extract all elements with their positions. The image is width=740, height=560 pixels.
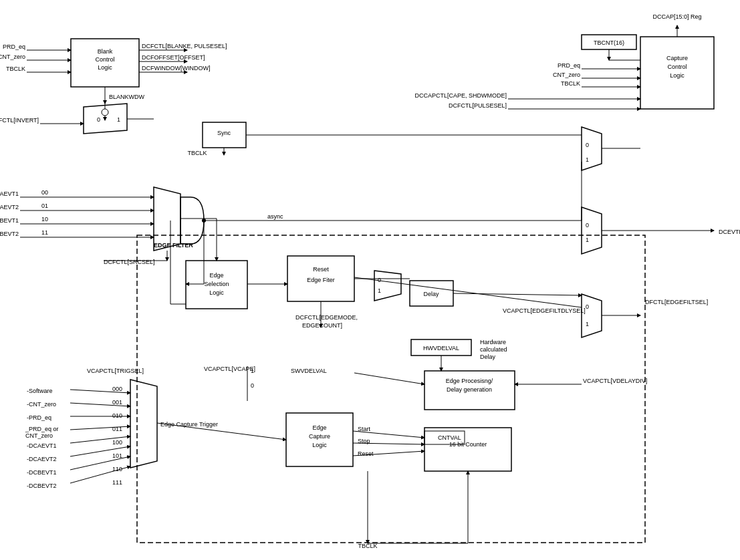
edge-proc-label1: Edge Procesisng/ [446, 378, 493, 384]
mux-0-label: 0 [97, 116, 100, 123]
svg-marker-61 [374, 271, 401, 301]
vcapctl-edge-label: VCAPCTL[EDGEFILTDLYSEL] [503, 307, 586, 314]
right-mux-bot-1: 1 [586, 237, 589, 243]
tbclk-sync-label: TBCLK [187, 150, 207, 156]
right-mux-bot-0: 0 [586, 222, 589, 229]
svg-line-98 [354, 277, 582, 307]
prd-eq-trig-label: -PRD_eq [27, 414, 51, 421]
svg-line-70 [353, 431, 424, 438]
blank-control-label: Blank [98, 48, 113, 55]
svg-text:10: 10 [41, 216, 48, 223]
dccap-reg-label: DCCAP[15:0] Reg [652, 13, 701, 20]
dcfoffset-label: DCFOFFSET[OFFSET] [142, 54, 205, 61]
svg-text:010: 010 [112, 412, 122, 419]
capture-control-label2: Control [667, 63, 687, 70]
svg-marker-24 [154, 187, 180, 251]
svg-marker-76 [130, 380, 157, 468]
dcbevt1-trig-label: -DCBEVT1 [27, 469, 57, 476]
svg-text:CNT_zero: CNT_zero [553, 72, 580, 78]
hw-delay-label1: Hardware [480, 339, 506, 345]
svg-line-66 [354, 373, 424, 384]
dfctl-edge-label: DFCTL[EDGEFILTSEL] [645, 299, 708, 305]
async-label: async [267, 213, 283, 220]
dcaevt1-label: -DCAEVT1 [0, 190, 19, 197]
right-mux-lower-1: 1 [586, 321, 589, 327]
svg-marker-50 [582, 207, 602, 254]
svg-text:Control: Control [95, 56, 114, 63]
delay-mux-1: 1 [378, 287, 381, 294]
edge-filter-label: EDGE FILTER [154, 242, 193, 249]
capture-control-label1: Capture [666, 55, 688, 61]
svg-text:11: 11 [41, 229, 48, 236]
svg-marker-96 [582, 294, 602, 337]
edge-cap-label3: Logic [312, 442, 327, 448]
reset-label2: Reset [358, 450, 374, 457]
svg-point-12 [102, 109, 108, 116]
edge-cap-label1: Edge [312, 424, 326, 431]
vcape-0-label: 0 [251, 382, 254, 389]
cntval-label: CNTVAL [438, 434, 461, 441]
delay-mux-0: 0 [378, 277, 381, 283]
vcapctl-trigsel-label: VCAPCTL[TRIGSEL] [87, 368, 144, 374]
right-mux-top-0: 0 [586, 142, 589, 148]
hwvdelval-label: HWVDELVAL [423, 345, 459, 352]
right-mux-lower-0: 0 [586, 303, 589, 310]
dcfctl-invert-label: DCFCTL[INVERT] [0, 117, 39, 124]
svg-text:001: 001 [112, 399, 122, 406]
dcaevt1-trig-label: -DCAEVT1 [27, 442, 57, 449]
svg-line-97 [453, 293, 582, 295]
dcfctl-edgemode-label: DCFCTL[EDGEMODE, [295, 314, 358, 321]
delay-label: Delay [423, 291, 439, 297]
hw-delay-label2: calculated [480, 346, 507, 353]
dcaevt2-label: -DCAEVT2 [0, 204, 19, 211]
prd-eq-label: PRD_eq [3, 43, 25, 50]
edge-sel-label3: Logic [209, 289, 224, 296]
edge-sel-label2: Selection [204, 281, 229, 287]
dcfctl-pulsesel-label: DCFCTL[PULSESEL] [449, 102, 507, 109]
edge-sel-label1: Edge [209, 272, 223, 279]
mux-1-label: 1 [117, 116, 120, 123]
svg-text:PRD_eq: PRD_eq [558, 62, 580, 69]
sync-label: Sync [217, 130, 231, 136]
svg-text:TBCLK: TBCLK [561, 80, 580, 87]
tbcnt-label: TBCNT(16) [594, 39, 624, 46]
svg-text:00: 00 [41, 189, 48, 196]
reset-label: Reset [313, 266, 329, 273]
right-mux-top-1: 1 [586, 156, 589, 163]
dccapctl-label: DCCAPCTL[CAPE, SHDWMODE] [414, 92, 507, 99]
dcfwindow-label: DCFWINDOW[WINDOW] [142, 65, 210, 72]
dcaevt2-trig-label: -DCAEVT2 [27, 456, 57, 462]
dcfctl-srcsel-label: DCFCTL[SRCSEL] [104, 259, 155, 265]
edge-proc-label2: Delay generation [447, 386, 492, 393]
vcapctl-vdelaydiv-label: VCAPCTL[VDELAYDIV] [583, 378, 647, 384]
svg-text:100: 100 [112, 439, 122, 446]
dcbevt2-trig-label: -DCBEVT2 [27, 482, 57, 489]
svg-text:01: 01 [41, 202, 48, 209]
blankwdw-label: BLANKWDW [109, 94, 145, 100]
dcevtfilt-label: DCEVTFILT [719, 229, 740, 235]
dcfctl-blanke-label: DCFCTL[BLANKE, PULSESEL] [142, 43, 227, 49]
edge-fiter-label1: Edge Fiter [307, 277, 335, 283]
svg-text:CNT_zero: CNT_zero [25, 432, 53, 439]
cnt-zero-trig-label: -CNT_zero [27, 401, 56, 408]
swvdelval-label: SWVDELVAL [291, 368, 327, 374]
cnt-zero-label: CNT_zero [0, 53, 25, 60]
svg-marker-46 [582, 127, 602, 170]
edge-cap-label2: Capture [309, 433, 330, 440]
dcfctl-edgecount-label: EDGECOUNT] [302, 322, 342, 329]
svg-rect-69 [286, 413, 353, 466]
diagram-container: Blank Control Logic PRD_eq CNT_zero TBCL… [0, 0, 740, 560]
tbclk-label: TBCLK [6, 65, 25, 72]
svg-line-94 [157, 423, 286, 440]
svg-text:111: 111 [112, 479, 122, 486]
vcape-1-label: 1 [251, 368, 254, 374]
software-label: -Software [27, 388, 53, 394]
svg-text:Logic: Logic [98, 64, 112, 71]
prd-eq-cnt-zero-label: _PRD_eq or [25, 426, 59, 432]
dcbevt2-label: -DCBEVT2 [0, 231, 19, 237]
hw-delay-label3: Delay [480, 354, 496, 360]
svg-text:101: 101 [112, 452, 122, 459]
dcbevt1-label: -DCBEVT1 [0, 217, 19, 224]
capture-control-label3: Logic [670, 72, 685, 79]
svg-text:000: 000 [112, 386, 122, 392]
